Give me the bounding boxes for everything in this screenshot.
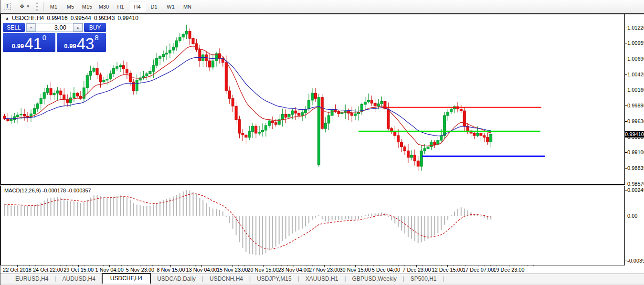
time-minor-tick: [281, 265, 282, 266]
time-minor-tick: [337, 265, 337, 266]
price-tick-label: 1.00955: [627, 40, 644, 46]
tab-usdchf[interactable]: USDCHF,H4: [102, 273, 151, 284]
price-tick: [625, 28, 627, 28]
timeframe-buttons: M1M5M15M30H1H4D1W1MN: [45, 1, 196, 12]
macd-tick: [625, 190, 627, 190]
sell-price-prefix: 0.99: [12, 42, 24, 50]
text-tool-button[interactable]: T: [2, 1, 12, 12]
price-tick: [625, 74, 627, 75]
time-minor-tick: [287, 265, 288, 266]
buy-price-pip: 8: [95, 33, 98, 42]
time-minor-tick: [257, 265, 257, 266]
time-minor-tick: [496, 265, 497, 266]
time-minor-tick: [244, 265, 245, 266]
volume-input[interactable]: 3.00: [36, 23, 73, 32]
time-minor-tick: [380, 265, 380, 266]
tab-usdjpy[interactable]: USDJPY,M15: [251, 274, 297, 284]
current-price-badge: 0.99410: [624, 131, 644, 137]
time-minor-tick: [152, 265, 153, 266]
chart-header: ▲ USDCHF,H4 0.99416 0.99544 0.99343 0.99…: [5, 15, 138, 21]
time-tick-label: 29 Oct 15:00: [63, 267, 94, 273]
tab-xauusd[interactable]: XAUUSD,H1: [299, 274, 345, 284]
tab-usdcad[interactable]: USDCAD,Daily: [151, 274, 202, 284]
collapse-icon[interactable]: ▲: [5, 16, 9, 21]
timeframe-button-m30[interactable]: M30: [95, 1, 112, 12]
macd-canvas[interactable]: [0, 186, 624, 265]
macd-tick-label: 0.00: [627, 213, 637, 219]
time-minor-tick: [533, 265, 534, 266]
ohlc-high: 0.99544: [71, 15, 91, 21]
time-tick-label: 30 Nov 15:00: [339, 267, 370, 273]
time-tick-label: 20 Nov 15:00: [247, 267, 278, 273]
timeframe-button-m5[interactable]: M5: [62, 1, 79, 12]
buy-button[interactable]: BUY: [84, 23, 106, 32]
time-minor-tick: [422, 265, 423, 266]
sell-price-main: 41: [24, 37, 42, 51]
time-minor-tick: [484, 265, 485, 266]
time-axis[interactable]: 22 Oct 201824 Oct 22:0029 Oct 15:001 Nov…: [0, 265, 624, 274]
toolbar-grip: [36, 2, 38, 11]
time-minor-tick: [306, 265, 306, 266]
macd-axis[interactable]: 0.0024920.00-0.003913: [624, 186, 644, 265]
time-minor-tick: [208, 265, 208, 266]
sell-button[interactable]: SELL: [3, 23, 25, 32]
time-minor-tick: [29, 265, 30, 266]
time-minor-tick: [429, 265, 429, 266]
time-minor-tick: [121, 265, 122, 266]
price-tick-label: 1.01220: [627, 25, 644, 31]
timeframe-button-w1[interactable]: W1: [162, 1, 179, 12]
time-minor-tick: [189, 265, 190, 266]
time-minor-tick: [275, 265, 275, 266]
time-minor-tick: [127, 265, 128, 266]
time-tick-label: 12 Dec 15:00: [432, 267, 463, 273]
price-tick-label: 0.99100: [627, 149, 644, 155]
timeframe-button-m1[interactable]: M1: [45, 1, 62, 12]
time-minor-tick: [318, 265, 318, 266]
timeframe-button-d1[interactable]: D1: [146, 1, 162, 12]
tab-usdcnh[interactable]: USDCNH,H4: [203, 274, 249, 284]
time-minor-tick: [226, 265, 226, 266]
price-tick-label: 0.98835: [627, 165, 644, 171]
time-minor-tick: [195, 265, 196, 266]
time-tick-label: 7 Dec 23:00: [402, 267, 431, 273]
time-tick-label: 13 Nov 04:00: [186, 267, 217, 273]
time-minor-tick: [66, 265, 67, 266]
text-tool-icon: T: [4, 3, 11, 10]
chart-tabs: EURUSD,H4|AUDUSD,H4USDCHF,H4USDCAD,Daily…: [9, 274, 644, 284]
tab-audusd[interactable]: AUDUSD,H4: [56, 274, 101, 284]
tab-sp500[interactable]: SP500,H1: [404, 274, 443, 284]
volume-decrease-button[interactable]: ▼: [26, 23, 36, 32]
time-minor-tick: [35, 265, 36, 266]
volume-increase-button[interactable]: ▲: [73, 23, 83, 32]
price-tick: [625, 43, 627, 43]
buy-price-display[interactable]: 0.99 43 8: [57, 33, 106, 52]
time-minor-tick: [300, 265, 300, 266]
ohlc-open: 0.99416: [47, 15, 67, 21]
time-minor-tick: [177, 265, 177, 266]
price-axis[interactable]: 1.012201.009551.006901.004251.001600.998…: [624, 14, 644, 185]
time-minor-tick: [72, 265, 73, 266]
time-minor-tick: [435, 265, 435, 266]
ohlc-close: 0.99410: [117, 15, 138, 21]
tab-gbpusd[interactable]: GBPUSD,Weekly: [346, 274, 403, 284]
sell-price-display[interactable]: 0.99 41 0: [3, 33, 55, 52]
time-minor-tick: [343, 265, 343, 266]
time-minor-tick: [116, 265, 116, 266]
price-tick: [625, 90, 627, 90]
timeframe-button-h4[interactable]: H4: [129, 1, 146, 12]
macd-tick-label: 0.002492: [627, 187, 644, 193]
time-minor-tick: [392, 265, 392, 266]
time-minor-tick: [367, 265, 368, 266]
timeframe-button-h1[interactable]: H1: [112, 1, 129, 12]
time-minor-tick: [515, 265, 515, 266]
time-minor-tick: [91, 265, 91, 266]
timeframe-button-m15[interactable]: M15: [79, 1, 95, 12]
time-minor-tick: [84, 265, 85, 266]
tab-separator: |: [443, 275, 444, 284]
time-tick-label: 5 Dec 04:00: [372, 267, 400, 273]
buy-price-main: 43: [77, 37, 95, 51]
time-tick-label: 17 Dec 07:00: [463, 267, 494, 273]
tab-eurusd[interactable]: EURUSD,H4: [9, 274, 54, 284]
timeframe-button-mn[interactable]: MN: [179, 1, 196, 12]
arrows-tool-button[interactable]: ✥ ▼: [16, 1, 33, 12]
